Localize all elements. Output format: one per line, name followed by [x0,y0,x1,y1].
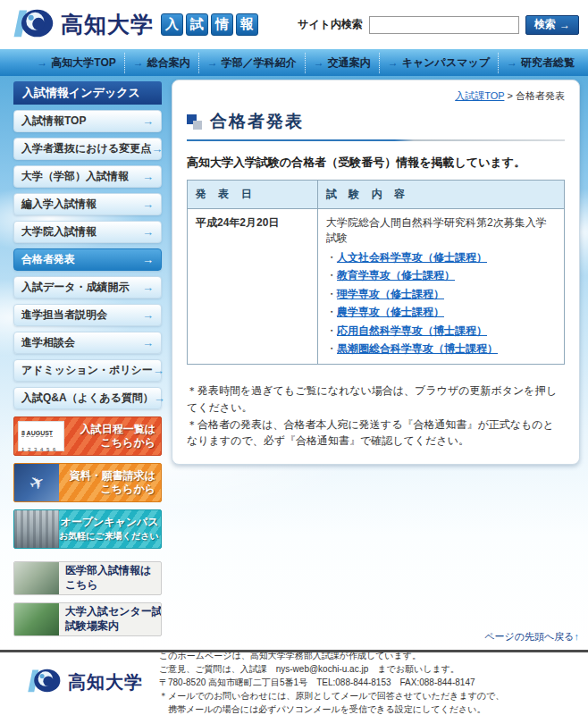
arrow-right-icon: → [133,56,144,69]
nav-item-university-top[interactable]: →高知大学TOP [29,53,123,73]
exam-site-photo [14,603,59,635]
arrow-right-icon: → [142,170,154,183]
bullet-icon: ・ [326,342,337,355]
footer-university-name: 高知大学 [68,670,143,694]
sidebar-item-exam-top[interactable]: 入試情報TOP→ [13,110,162,132]
heading-square-icon [187,114,202,130]
global-nav: →高知大学TOP →総合案内 →学部／学科紹介 →交通案内 →キャンパスマップ … [0,49,588,76]
arrow-right-icon: → [153,364,164,377]
sidebar-item-graduate[interactable]: 大学院入試情報→ [13,221,162,243]
badge-char: 試 [186,13,208,36]
table-row: 平成24年2月20日 大学院総合人間自然科学研究科第2次募集入学試験 ・人文社会… [188,209,565,365]
back-to-top-link[interactable]: ページの先頭へ戻る↑ [484,630,579,644]
arrow-right-icon: → [142,225,154,239]
footer-line: 携帯メールの場合には必ずパソコンメールを受信できる設定にしてください。 [159,702,504,715]
sidebar-item-consultation[interactable]: 進学相談会→ [13,332,162,354]
arrow-right-icon: → [142,114,154,128]
sidebar-item-pass-announcement[interactable]: 合格者発表→ [13,248,162,271]
arrow-right-icon: → [142,308,154,322]
arrow-right-icon: → [314,56,324,69]
breadcrumb-link-exam-top[interactable]: 入試課TOP [455,90,504,101]
arrow-right-icon: → [142,281,154,294]
arrow-up-icon: ↑ [575,631,580,642]
university-logo-icon [13,5,54,45]
result-link-kuroshio[interactable]: 黒潮圏総合科学専攻（博士課程） [337,342,498,355]
sidebar-item-staff-briefing[interactable]: 進学担当者説明会→ [13,304,162,326]
result-link-science[interactable]: 理学専攻（修士課程） [337,288,444,300]
site-search: サイト内検索 検索→ [298,15,579,35]
column-header-exam: 試 験 内 容 [318,181,565,209]
page-description: 高知大学入学試験の合格者（受験番号）情報を掲載しています。 [187,155,565,171]
note-official-letter: ＊合格者の発表は、合格者本人宛に発送する『合格通知書』が正式なものとなりますので… [187,416,565,450]
nav-item-access[interactable]: →交通案内 [305,53,379,73]
column-header-date: 発 表 日 [188,181,318,209]
result-link-applied-science[interactable]: 応用自然科学専攻（博士課程） [337,324,487,337]
note-refresh: ＊発表時間を過ぎてもご覧になれない場合は、ブラウザの更新ボタンを押してください。 [187,383,565,416]
footer-line: 〒780-8520 高知市曙町二丁目5番1号 TEL:088-844-8153 … [159,676,504,689]
arrow-right-icon: → [388,56,399,69]
bullet-icon: ・ [326,324,337,337]
campus-photo [14,510,59,548]
sidebar-item-admission-policy[interactable]: アドミッション・ポリシー→ [13,359,162,382]
bullet-icon: ・ [326,306,337,318]
sidebar-item-undergraduate[interactable]: 大学（学部）入試情報→ [13,165,162,188]
arrow-right-icon: → [154,391,165,405]
footer-contact-info: このホームページは、高知大学学務部入試課が作成しています。 ご意見、ご質問は、入… [159,649,504,715]
university-logo-icon [27,666,61,699]
result-link-education[interactable]: 教育学専攻（修士課程） [337,269,455,282]
breadcrumb-separator: > [508,90,513,101]
arrow-right-icon: → [507,56,517,69]
footer-line: ＊メールでのお問い合わせには、原則としてメールで回答させていただきますので、 [159,689,504,702]
arrow-right-icon: → [142,198,154,211]
banner-medical-info[interactable]: 医学部入試情報はこちら [13,561,162,595]
nav-item-campus-map[interactable]: →キャンパスマップ [379,53,498,73]
breadcrumb-current: 合格者発表 [516,90,565,101]
calendar-icon: 8 AUGUST 1 2 3 4 5 6 7 8 9 10 11 12 13 [18,421,64,451]
arrow-right-icon: → [142,253,154,266]
footer-logo[interactable]: 高知大学 [27,666,143,699]
nav-item-researchers[interactable]: →研究者総覧 [498,53,583,73]
banner-document-request[interactable]: ✈ 資料・願書請求はこちらから [13,463,162,502]
bullet-icon: ・ [326,251,337,264]
university-name: 高知大学 [61,10,154,39]
university-logo[interactable]: 高知大学 入 試 情 報 [13,5,258,45]
result-link-agriculture[interactable]: 農学専攻（修士課程） [337,306,444,318]
nav-item-faculties[interactable]: →学部／学科紹介 [198,53,305,73]
medical-campus-photo [14,562,59,594]
exam-content-cell: 大学院総合人間自然科学研究科第2次募集入学試験 ・人文社会科学専攻（修士課程） … [318,209,565,365]
breadcrumb: 入試課TOP > 合格者発表 [187,89,565,103]
banner-open-campus[interactable]: オープンキャンパスお気軽にご来場ください [13,509,162,549]
arrow-right-icon: → [142,336,154,349]
content-panel: 入試課TOP > 合格者発表 合格者発表 高知大学入学試験の合格者（受験番号）情… [172,80,580,465]
arrow-right-icon: → [207,56,218,69]
banner-center-exam[interactable]: 大学入試センター試験試験場案内 [13,602,162,636]
badge-char: 入 [161,13,183,36]
sidebar-item-faq[interactable]: 入試Q&A（よくある質問）→ [13,387,162,409]
sidebar-item-data-disclosure[interactable]: 入試データ・成績開示→ [13,276,162,299]
search-label: サイト内検索 [298,17,363,32]
banner-exam-schedule[interactable]: 8 AUGUST 1 2 3 4 5 6 7 8 9 10 11 12 13 入… [13,416,162,456]
page-body: 入試情報インデックス 入試情報TOP→ 入学者選抜における変更点→ 大学（学部）… [0,76,588,652]
page-title: 合格者発表 [210,110,304,133]
title-divider [187,139,565,141]
footer-line: ご意見、ご質問は、入試課 nys-web@kochi-u.ac.jp までお願い… [159,662,504,676]
notes: ＊発表時間を過ぎてもご覧になれない場合は、ブラウザの更新ボタンを押してください。… [187,383,565,449]
search-button[interactable]: 検索→ [525,15,579,35]
sidebar-item-transfer[interactable]: 編入学入試情報→ [13,193,162,215]
site-header: 高知大学 入 試 情 報 サイト内検索 検索→ [0,0,588,49]
badge-char: 情 [211,13,233,36]
nav-item-general-info[interactable]: →総合案内 [124,53,198,73]
exam-title: 大学院総合人間自然科学研究科第2次募集入学試験 [326,215,556,246]
arrow-right-icon: → [37,56,47,69]
result-link-humanities[interactable]: 人文社会科学専攻（修士課程） [337,251,487,264]
main-column: 入試課TOP > 合格者発表 合格者発表 高知大学入学試験の合格者（受験番号）情… [172,80,580,465]
paper-plane-icon: ✈ [14,464,59,501]
sidebar-title: 入試情報インデックス [13,81,162,105]
sidebar-item-selection-changes[interactable]: 入学者選抜における変更点→ [13,138,162,160]
badge-char: 報 [236,13,258,36]
arrow-right-icon: → [151,142,163,156]
bullet-icon: ・ [326,288,337,300]
sidebar: 入試情報インデックス 入試情報TOP→ 入学者選抜における変更点→ 大学（学部）… [13,81,162,636]
search-input[interactable] [369,16,519,34]
bullet-icon: ・ [326,269,337,282]
